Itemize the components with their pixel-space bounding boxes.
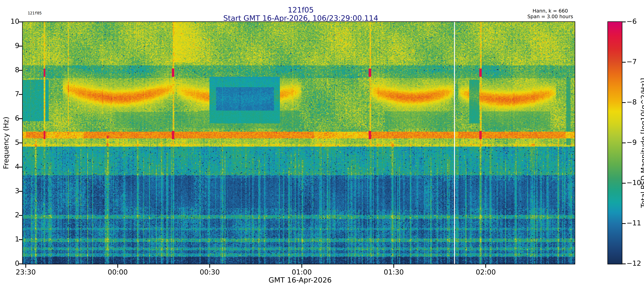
x-tick-label: 00:00: [92, 268, 144, 276]
colorbar-tick-mark: [622, 183, 626, 184]
x-tick-label: 00:30: [184, 268, 236, 276]
x-tick-mark: [485, 264, 486, 268]
x-tick-label: 02:00: [460, 268, 512, 276]
plot-title: 121f05: [288, 6, 314, 14]
y-tick-label: 8: [0, 66, 19, 74]
colorbar-tick-label: −11: [626, 219, 644, 227]
x-tick-label: 01:00: [276, 268, 328, 276]
y-tick-label: 9: [0, 42, 19, 50]
colorbar-gradient: [608, 22, 622, 264]
span-line: Span = 3.00 hours: [527, 14, 573, 19]
x-tick-mark: [209, 264, 210, 268]
y-tick-label: 2: [0, 211, 19, 219]
colorbar-tick-mark: [622, 62, 626, 62]
x-axis-label: GMT 16-Apr-2026: [268, 276, 332, 284]
colorbar-tick-label: −6: [626, 17, 644, 26]
y-tick-label: 7: [0, 90, 19, 98]
x-tick-mark: [117, 264, 118, 268]
window-info-block: Hann, k = 660 Span = 3.00 hours: [527, 8, 573, 19]
colorbar-tick-mark: [622, 22, 626, 22]
y-tick-label: 0: [0, 259, 19, 267]
y-tick-label: 4: [0, 162, 19, 170]
y-tick-label: 1: [0, 235, 19, 243]
spectrogram-canvas: [23, 22, 575, 264]
y-tick-label: 3: [0, 187, 19, 195]
plot-subtitle: Start GMT 16-Apr-2026, 106/23:29:00.114: [223, 14, 378, 22]
x-tick-label: 01:30: [368, 268, 420, 276]
colorbar-tick-mark: [622, 223, 626, 224]
colorbar-tick-mark: [622, 264, 626, 264]
x-tick-mark: [302, 264, 302, 268]
colorbar-tick-label: −7: [626, 58, 644, 66]
colorbar: [608, 22, 622, 264]
x-tick-mark: [393, 264, 394, 268]
x-tick-label: 23:30: [0, 268, 52, 276]
colorbar-tick-mark: [622, 102, 626, 103]
colorbar-tick-label: −12: [626, 259, 644, 267]
spectrogram-figure: 121f05 500.0000 sa/sec df = 0.031 Hz, Nf…: [0, 0, 644, 285]
colorbar-tick-mark: [622, 142, 626, 143]
plot-area: [22, 22, 575, 264]
colorbar-label: Total PSD Magnitude [log10(g^2/Hz)]: [640, 78, 644, 208]
info-line-station: 121f05: [28, 11, 107, 16]
y-tick-label: 5: [0, 138, 19, 146]
x-tick-mark: [25, 264, 26, 268]
y-tick-label: 6: [0, 114, 19, 122]
window-line: Hann, k = 660: [527, 8, 573, 14]
y-tick-label: 10: [0, 17, 19, 26]
